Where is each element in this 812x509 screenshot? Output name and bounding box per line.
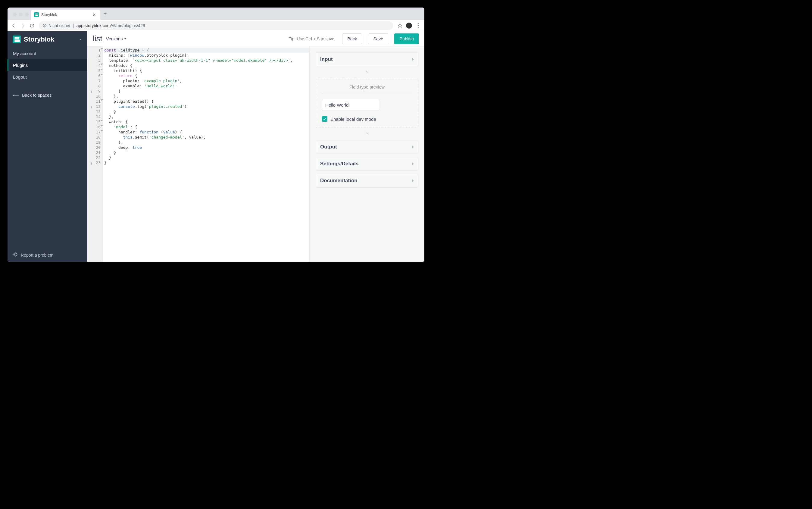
sidebar-brand[interactable]: Storyblok [7,31,87,47]
field-type-preview: Field type preview Enable local dev mode [316,79,418,127]
storyblok-favicon-icon [34,12,39,17]
code-editor[interactable]: 123456789i101112i1314151617181920212223i… [87,46,309,262]
save-tip-label: Tip: Use Ctrl + S to save [289,36,335,41]
preview-text-input[interactable] [322,99,379,111]
not-secure-label: Nicht sicher [48,23,70,28]
new-tab-button[interactable]: + [100,10,110,20]
back-to-spaces-link[interactable]: ⟵ Back to spaces [7,90,87,101]
editor-code[interactable]: const Fieldtype = { mixins: [window.Stor… [103,46,309,262]
storyblok-logo-icon [13,36,21,43]
sidebar-item-plugins[interactable]: Plugins [7,59,87,71]
arrow-left-icon: ⟵ [13,93,20,98]
save-button[interactable]: Save [368,33,388,44]
brand-label: Storyblok [24,36,54,43]
page-title: list [93,34,102,43]
back-button[interactable]: Back [342,33,362,44]
preview-title: Field type preview [322,84,412,90]
enable-local-dev-checkbox[interactable]: Enable local dev mode [322,116,412,122]
address-bar[interactable]: Nicht sicher | app.storyblok.com/#!/me/p… [39,22,393,30]
publish-button[interactable]: Publish [394,33,419,44]
sidebar-item-logout[interactable]: Logout [7,71,87,83]
sidebar-item-my-account[interactable]: My account [7,47,87,59]
chevron-right-icon [412,162,414,165]
svg-line-8 [16,255,17,256]
accordion-settings[interactable]: Settings/Details [316,157,418,171]
svg-line-7 [14,255,15,256]
expand-down-toggle-top[interactable] [316,69,418,76]
svg-line-5 [14,253,15,254]
accordion-output[interactable]: Output [316,140,418,154]
bookmark-star-icon[interactable] [396,21,405,30]
tab-title: Storyblok [41,13,91,17]
browser-reload-button[interactable] [27,21,36,30]
svg-line-6 [16,253,17,254]
expand-down-toggle-bottom[interactable] [316,130,418,137]
chevron-right-icon [412,58,414,61]
svg-point-4 [14,253,16,255]
checkbox-checked-icon [322,116,327,122]
divider [322,94,412,94]
editor-gutter: 123456789i101112i1314151617181920212223i [87,46,103,262]
not-secure-icon: Nicht sicher [42,23,70,28]
browser-menu-button[interactable] [413,21,422,30]
chevron-right-icon [412,179,414,182]
caret-down-icon [124,37,127,40]
browser-tab[interactable]: Storyblok ✕ [31,10,100,20]
browser-back-button[interactable] [9,21,19,30]
traffic-lights [10,13,31,20]
accordion-documentation[interactable]: Documentation [316,174,418,188]
right-panel: Input Field type preview [309,46,425,262]
avatar-icon [406,23,412,29]
browser-chrome: Storyblok ✕ + Nicht sicher | app.story [7,7,425,31]
chevron-right-icon [412,145,414,148]
accordion-input[interactable]: Input [316,53,418,66]
page-header: list Versions Tip: Use Ctrl + S to save … [87,31,425,46]
sidebar: Storyblok My account Plugins Logout ⟵ Ba… [7,31,87,262]
report-problem-link[interactable]: Report a problem [7,248,87,262]
browser-forward-button[interactable] [19,21,27,30]
caret-up-icon [79,37,82,42]
versions-dropdown[interactable]: Versions [106,36,127,41]
life-ring-icon [13,252,18,258]
profile-avatar-button[interactable] [405,21,413,30]
close-tab-icon[interactable]: ✕ [91,12,97,18]
